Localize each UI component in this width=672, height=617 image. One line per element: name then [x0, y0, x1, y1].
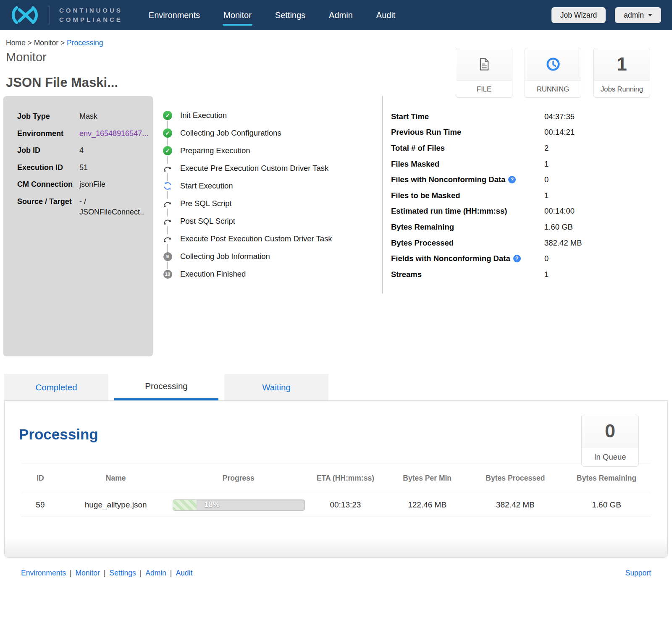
detail-label: Environment [17, 128, 79, 139]
step-label: Post SQL Script [180, 217, 235, 226]
step-row: 9 Collecting Job Information [163, 248, 382, 265]
step-row: Pre SQL Script [163, 195, 382, 212]
step-row: Start Execution [163, 177, 382, 195]
top-navbar: CONTINUOUS COMPLIANCE Environments Monit… [0, 0, 672, 30]
in-queue-label: In Queue [582, 447, 638, 466]
col-eta: ETA (HH:mm:ss) [304, 474, 386, 483]
detail-value: jsonFile [79, 179, 152, 190]
stat-label: Bytes Processed [391, 238, 454, 248]
step-number-icon: 10 [163, 270, 172, 279]
running-status-card[interactable]: RUNNING [525, 48, 581, 98]
footer-admin[interactable]: Admin [145, 569, 166, 577]
col-progress: Progress [173, 474, 305, 483]
step-label: Init Execution [180, 111, 227, 120]
step-label: Execute Pre Execution Custom Driver Task [180, 164, 328, 173]
tab-processing[interactable]: Processing [114, 374, 218, 400]
user-menu-button[interactable]: admin [615, 7, 661, 23]
nav-audit[interactable]: Audit [376, 10, 396, 20]
brand-line1: CONTINUOUS [59, 6, 123, 16]
help-icon[interactable]: ? [508, 176, 516, 183]
file-icon [478, 58, 490, 71]
jobs-running-count: 1 [617, 54, 627, 75]
footer-monitor[interactable]: Monitor [76, 569, 100, 577]
footer-settings[interactable]: Settings [109, 569, 136, 577]
nav-monitor[interactable]: Monitor [223, 10, 252, 20]
help-icon[interactable]: ? [513, 255, 521, 262]
breadcrumb-separator: > [60, 39, 65, 47]
in-queue-card: 0 In Queue [581, 415, 639, 467]
delphix-logo-icon[interactable] [0, 4, 50, 26]
job-wizard-button[interactable]: Job Wizard [551, 7, 606, 23]
detail-value: 51 [79, 162, 152, 173]
clock-icon [546, 57, 560, 71]
check-circle-icon: ✓ [163, 128, 172, 138]
processing-table: ID Name Progress ETA (HH:mm:ss) Bytes Pe… [21, 463, 651, 517]
stat-label: Previous Run Time [391, 128, 461, 137]
file-type-card[interactable]: FILE [456, 48, 512, 98]
jobs-running-label: Jobs Running [594, 81, 650, 97]
nav-settings[interactable]: Settings [275, 10, 305, 20]
stat-value: 00:14:21 [544, 128, 575, 137]
stat-value: 00:14:00 [544, 207, 575, 216]
job-stats-panel: Start Time04:37:35 Previous Run Time00:1… [382, 96, 669, 293]
detail-value: 4 [79, 145, 152, 156]
job-details-panel: Job TypeMask Environmentenv_16548916547.… [3, 96, 153, 356]
step-label: Pre SQL Script [180, 199, 232, 208]
nav-admin[interactable]: Admin [329, 10, 353, 20]
nav-environments[interactable]: Environments [149, 10, 200, 20]
jobs-running-card[interactable]: 1 Jobs Running [593, 48, 650, 98]
breadcrumb: Home > Monitor > Processing [6, 39, 666, 47]
user-menu-label: admin [624, 11, 644, 20]
skip-icon [163, 218, 172, 225]
breadcrumb-home: Home [6, 39, 26, 47]
chevron-down-icon [648, 14, 652, 16]
page-footer: Environments|Monitor|Settings|Admin|Audi… [0, 569, 672, 578]
cell-bytes-per-min: 122.46 MB [386, 500, 468, 510]
tab-completed[interactable]: Completed [4, 374, 108, 400]
stat-label: Estimated run time (HH:mm:ss) [391, 207, 507, 216]
col-bytes-per-min: Bytes Per Min [386, 474, 468, 483]
tab-waiting[interactable]: Waiting [224, 374, 328, 400]
stat-label: Files to be Masked [391, 191, 460, 200]
support-link[interactable]: Support [625, 569, 651, 578]
detail-label: Job ID [17, 145, 79, 156]
stat-label: Bytes Remaining [391, 222, 454, 232]
stat-label: Fields with Nonconforming Data? [391, 254, 521, 263]
file-card-label: FILE [456, 81, 512, 97]
cell-eta: 00:13:23 [304, 500, 386, 510]
step-row: ✓ Preparing Execution [163, 142, 382, 159]
table-header: ID Name Progress ETA (HH:mm:ss) Bytes Pe… [21, 463, 651, 493]
environment-link[interactable]: env_16548916547... [79, 128, 152, 139]
step-label: Start Execution [180, 181, 233, 191]
cell-progress: 18% [173, 499, 305, 511]
stat-value: 04:37:35 [544, 112, 575, 121]
breadcrumb-processing-link[interactable]: Processing [67, 39, 103, 47]
table-row[interactable]: 59 huge_alltype.json 18% 00:13:23 122.46… [21, 493, 651, 517]
job-wizard-label: Job Wizard [560, 11, 597, 20]
running-card-label: RUNNING [525, 81, 581, 97]
detail-value: Mask [79, 111, 152, 122]
col-bytes-remaining: Bytes Remaining [562, 474, 651, 483]
stat-value: 0 [544, 254, 549, 263]
stat-value: 2 [544, 144, 549, 153]
skip-icon [163, 235, 172, 243]
brand-divider [50, 5, 50, 25]
step-row: 10 Execution Finished [163, 265, 382, 283]
stat-label: Streams [391, 270, 422, 279]
stat-label: Total # of Files [391, 144, 445, 153]
step-label: Execution Finished [180, 269, 246, 279]
footer-audit[interactable]: Audit [176, 569, 192, 577]
footer-environments[interactable]: Environments [21, 569, 66, 577]
check-circle-icon: ✓ [163, 146, 172, 155]
cell-bytes-processed: 382.42 MB [468, 500, 563, 510]
execution-steps: ✓ Init Execution ✓ Collecting Job Config… [153, 96, 382, 356]
stat-value: 1 [544, 159, 549, 169]
detail-label: CM Connection [17, 179, 79, 190]
brand-line2: COMPLIANCE [59, 15, 123, 25]
job-monitor-panel: Job TypeMask Environmentenv_16548916547.… [3, 96, 669, 356]
footer-separator: | [104, 569, 106, 577]
processing-panel: Processing 0 In Queue ID Name Progress E… [4, 400, 668, 558]
progress-bar: 18% [173, 499, 305, 511]
breadcrumb-monitor: Monitor [34, 39, 58, 47]
cell-id: 59 [21, 500, 59, 510]
